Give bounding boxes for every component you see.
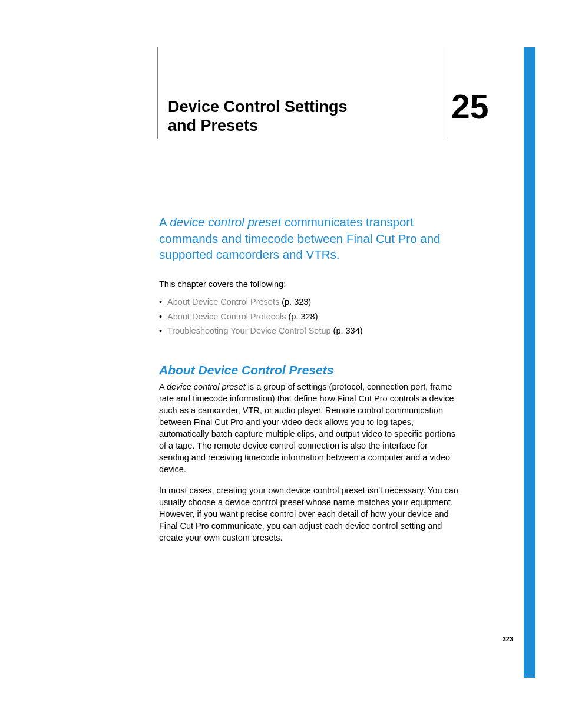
content-area: A device control preset communicates tra… [159, 214, 459, 553]
chapter-number: 25 [451, 87, 488, 126]
chapter-title: Device Control Settings and Presets [168, 97, 404, 136]
toc-list: About Device Control Presets (p. 323) Ab… [159, 295, 459, 338]
toc-item: About Device Control Protocols (p. 328) [159, 309, 459, 324]
toc-link[interactable]: About Device Control Presets [167, 297, 279, 307]
toc-item: Troubleshooting Your Device Control Setu… [159, 324, 459, 338]
body-paragraph-2: In most cases, creating your own device … [159, 485, 459, 543]
toc-page-ref: (p. 323) [279, 297, 311, 307]
covers-label: This chapter covers the following: [159, 279, 459, 289]
section-heading: About Device Control Presets [159, 363, 459, 377]
title-divider-right [445, 47, 445, 139]
toc-page-ref: (p. 334) [331, 326, 363, 335]
page-number: 323 [503, 635, 513, 643]
para1-italic: device control preset [167, 382, 246, 391]
body-paragraph-1: A device control preset is a group of se… [159, 381, 459, 475]
toc-link[interactable]: Troubleshooting Your Device Control Setu… [167, 326, 331, 335]
chapter-title-line1: Device Control Settings [168, 98, 348, 116]
chapter-title-line2: and Presets [168, 117, 258, 134]
para1-prefix: A [159, 382, 167, 391]
para1-suffix: is a group of settings (protocol, connec… [159, 382, 455, 474]
toc-item: About Device Control Presets (p. 323) [159, 295, 459, 309]
toc-page-ref: (p. 328) [286, 312, 318, 321]
intro-paragraph: A device control preset communicates tra… [159, 214, 459, 263]
title-divider-left [157, 47, 158, 139]
toc-link[interactable]: About Device Control Protocols [167, 312, 286, 321]
intro-prefix: A [159, 215, 170, 229]
intro-italic-term: device control preset [170, 215, 281, 229]
chapter-color-bar [524, 47, 535, 678]
